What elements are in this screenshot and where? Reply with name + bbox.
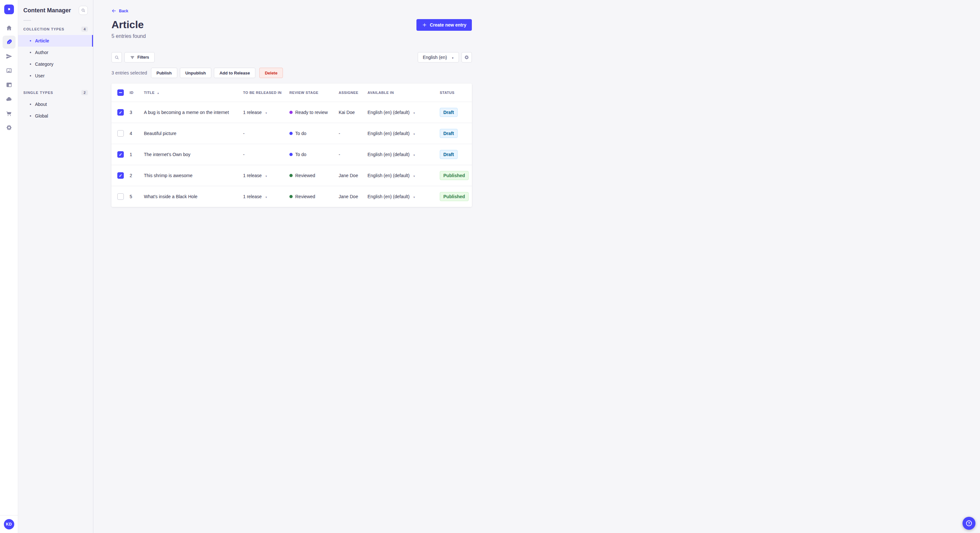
filters-button[interactable]: Filters — [124, 52, 154, 62]
cell-review-stage: Reviewed — [290, 194, 339, 199]
subnav-item-user[interactable]: User — [18, 70, 93, 82]
subnav-item-author[interactable]: Author — [18, 47, 93, 58]
subnav-item-label: Author — [35, 50, 48, 55]
status-badge: Published — [440, 192, 469, 201]
row-checkbox[interactable] — [117, 109, 124, 116]
entries-table: ID TITLE TO BE RELEASED IN REVIEW STAGE … — [111, 84, 472, 207]
gear-icon — [6, 124, 12, 131]
page-title: Article — [111, 19, 144, 30]
bullet-icon — [30, 104, 31, 105]
row-checkbox[interactable] — [117, 194, 124, 200]
bullet-icon — [30, 75, 31, 76]
subnav-item-category[interactable]: Category — [18, 58, 93, 70]
cell-id: 5 — [130, 194, 144, 199]
collection-types-count-badge: 4 — [81, 27, 88, 32]
view-settings-button[interactable] — [461, 52, 472, 62]
cell-available-in: English (en) (default) — [368, 131, 440, 136]
column-header-title[interactable]: TITLE — [144, 90, 243, 95]
cell-status: Published — [440, 171, 472, 180]
table-row[interactable]: 4 Beautiful picture - To do - English (e… — [111, 123, 472, 144]
single-types-label: SINGLE TYPES — [23, 90, 53, 95]
collection-types-label: COLLECTION TYPES — [23, 27, 65, 31]
unpublish-button[interactable]: Unpublish — [180, 68, 212, 78]
row-checkbox[interactable] — [117, 130, 124, 136]
rail-nav — [3, 21, 16, 134]
publish-button[interactable]: Publish — [151, 68, 177, 78]
chevron-down-icon[interactable] — [413, 152, 415, 157]
media-library-nav-button[interactable] — [3, 64, 16, 77]
chevron-down-icon[interactable] — [413, 194, 415, 199]
table-row[interactable]: 1 The internet's Own boy - To do - Engli… — [111, 144, 472, 165]
subnav-item-label: Global — [35, 113, 48, 119]
column-header-id[interactable]: ID — [130, 90, 144, 95]
releases-nav-button[interactable] — [3, 50, 16, 63]
stage-dot-icon — [290, 111, 293, 114]
chevron-down-icon[interactable] — [413, 131, 415, 136]
chevron-down-icon[interactable] — [413, 173, 415, 178]
cell-review-stage: Ready to review — [290, 110, 339, 115]
cell-id: 1 — [130, 152, 144, 157]
selection-count-text: 3 entries selected — [111, 70, 147, 75]
create-new-entry-button[interactable]: Create new entry — [417, 19, 472, 31]
table-row[interactable]: 5 What's inside a Black Hole 1 release R… — [111, 186, 472, 207]
home-nav-button[interactable] — [3, 21, 16, 34]
chevron-down-icon[interactable] — [265, 194, 268, 199]
subnav-item-global[interactable]: Global — [18, 110, 93, 122]
subnav-item-label: About — [35, 102, 47, 107]
cell-title: This shrimp is awesome — [144, 173, 243, 178]
nav-rail: KD — [0, 0, 18, 266]
arrow-left-icon — [111, 8, 116, 13]
cell-available-in: English (en) (default) — [368, 110, 440, 115]
stage-dot-icon — [290, 174, 293, 177]
chevron-down-icon[interactable] — [265, 110, 268, 115]
feather-icon — [6, 39, 12, 45]
marketplace-nav-button[interactable] — [3, 107, 16, 120]
table-row[interactable]: 2 This shrimp is awesome 1 release Revie… — [111, 165, 472, 186]
row-checkbox[interactable] — [117, 172, 124, 179]
bullet-icon — [30, 115, 31, 117]
column-header-review-stage[interactable]: REVIEW STAGE — [290, 90, 339, 95]
chevron-down-icon[interactable] — [265, 173, 268, 178]
layout-nav-button[interactable] — [3, 78, 16, 91]
subnav-item-label: Category — [35, 62, 54, 67]
search-icon — [115, 55, 119, 60]
table-row[interactable]: 3 A bug is becoming a meme on the intern… — [111, 102, 472, 123]
subnav-item-article[interactable]: Article — [18, 35, 93, 47]
add-to-release-button[interactable]: Add to Release — [214, 68, 255, 78]
column-header-available-in[interactable]: AVAILABLE IN — [368, 90, 440, 95]
bullet-icon — [30, 63, 31, 65]
search-entries-button[interactable] — [111, 52, 122, 62]
column-header-release[interactable]: TO BE RELEASED IN — [243, 90, 290, 95]
subnav-title: Content Manager — [23, 7, 71, 14]
cell-id: 2 — [130, 173, 144, 178]
cloud-nav-button[interactable] — [3, 93, 16, 106]
entries-count-subtitle: 5 entries found — [111, 33, 472, 39]
cloud-icon — [6, 96, 12, 102]
subnav-search-button[interactable] — [79, 6, 88, 15]
delete-button[interactable]: Delete — [259, 68, 283, 78]
cart-icon — [6, 110, 12, 117]
stage-dot-icon — [290, 153, 293, 156]
stage-dot-icon — [290, 132, 293, 135]
cell-id: 3 — [130, 110, 144, 115]
subnav-item-about[interactable]: About — [18, 98, 93, 110]
locale-select[interactable]: English (en) — [418, 52, 459, 62]
strapi-logo-icon — [6, 6, 12, 12]
table-header-row: ID TITLE TO BE RELEASED IN REVIEW STAGE … — [111, 84, 472, 102]
home-icon — [6, 25, 12, 31]
column-header-assignee[interactable]: ASSIGNEE — [339, 90, 368, 95]
cell-status: Draft — [440, 108, 472, 117]
cell-available-in: English (en) (default) — [368, 194, 440, 199]
cell-release: 1 release — [243, 173, 290, 178]
back-link[interactable]: Back — [111, 8, 128, 13]
settings-nav-button[interactable] — [3, 121, 16, 134]
gear-icon — [464, 55, 469, 60]
column-header-status[interactable]: STATUS — [440, 90, 472, 95]
content-manager-nav-button[interactable] — [3, 36, 16, 49]
select-all-checkbox[interactable] — [117, 89, 124, 96]
cell-release: 1 release — [243, 194, 290, 199]
cell-assignee: Jane Doe — [339, 194, 368, 199]
strapi-logo[interactable] — [4, 5, 14, 14]
row-checkbox[interactable] — [117, 151, 124, 158]
chevron-down-icon[interactable] — [413, 110, 415, 115]
